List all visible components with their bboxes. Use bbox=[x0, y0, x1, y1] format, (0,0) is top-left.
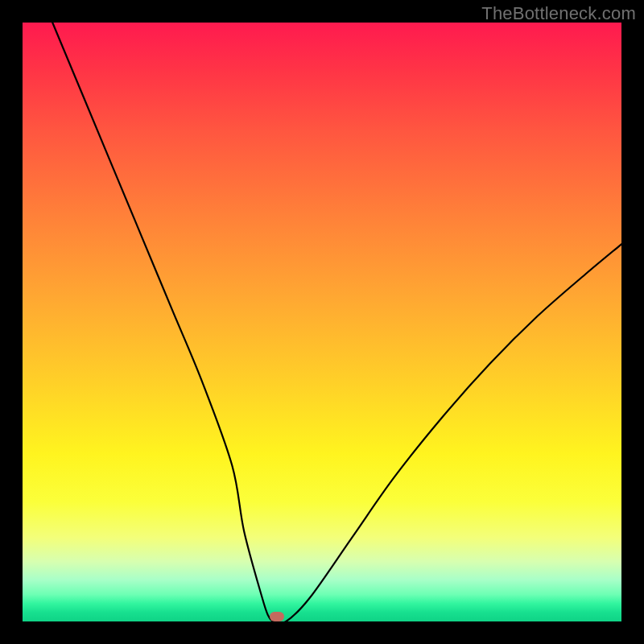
plot-area bbox=[23, 23, 621, 621]
optimal-point-marker bbox=[270, 612, 284, 621]
bottleneck-curve bbox=[23, 23, 621, 621]
watermark-text: TheBottleneck.com bbox=[481, 3, 636, 24]
chart-frame: TheBottleneck.com bbox=[0, 0, 644, 644]
